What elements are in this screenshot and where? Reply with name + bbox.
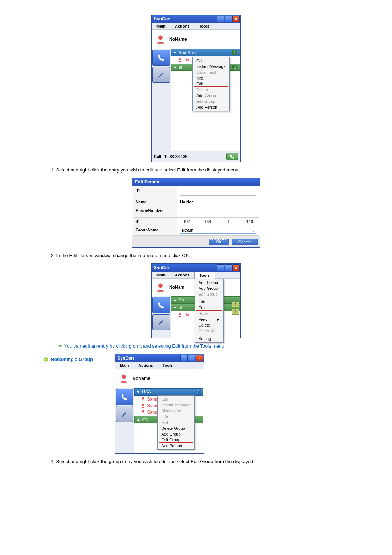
group-label: USA <box>142 389 151 394</box>
phone-icon <box>230 154 235 159</box>
tools-info[interactable]: Info <box>195 299 223 305</box>
chevron-down-icon <box>137 391 140 393</box>
menu-main[interactable]: Main <box>152 272 170 278</box>
tools-add-group[interactable]: Add Group <box>195 285 223 291</box>
close-button[interactable]: × <box>232 264 240 271</box>
tools-edit[interactable]: Edit <box>196 305 222 311</box>
phone-icon <box>121 393 128 401</box>
tools-setting[interactable]: Setting <box>195 336 223 341</box>
user-avatar-icon <box>119 373 129 384</box>
syncon-window-3: SynCon _ □ × Main Actions Tools NoName <box>115 354 204 454</box>
window-title: SynCon <box>117 356 180 361</box>
minimize-button[interactable]: _ <box>217 264 224 271</box>
titlebar[interactable]: SynCon _ □ × <box>115 354 204 362</box>
tools-add-person[interactable]: Add Person <box>195 280 223 285</box>
group-badge: 0 <box>232 65 237 69</box>
ip-part-2[interactable]: 168 <box>202 219 213 224</box>
tools-view[interactable]: View▸ <box>195 316 223 322</box>
side-panel <box>152 49 171 151</box>
id-input[interactable] <box>180 189 256 196</box>
window-title: SynCon <box>154 16 217 21</box>
ctx-delete: Delete <box>193 87 229 93</box>
field-label-groupname: GroupName <box>133 226 177 235</box>
group-row-samsung[interactable]: SamSung 1 <box>171 49 240 56</box>
groupname-select[interactable]: NONE v <box>180 228 256 234</box>
minimize-button[interactable]: _ <box>180 355 188 361</box>
ctx-info: Info <box>158 414 194 420</box>
titlebar[interactable]: SynCon _ □ × <box>152 15 240 23</box>
maximize-button[interactable]: □ <box>225 264 232 271</box>
ctx-info[interactable]: Info <box>193 75 229 81</box>
side-call-button[interactable] <box>116 389 133 405</box>
side-edit-button[interactable] <box>152 314 170 330</box>
side-edit-button[interactable] <box>152 67 170 83</box>
ctx-add-group[interactable]: Add Group <box>158 431 194 437</box>
svg-point-6 <box>142 404 144 406</box>
close-button[interactable]: × <box>196 355 203 361</box>
ctx-delete-group[interactable]: Delete Group <box>158 425 194 431</box>
ctx-add-person[interactable]: Add Person <box>193 104 229 110</box>
menubar: Main Actions Tools <box>152 23 240 30</box>
ip-input[interactable]: 192. 168. 1. 140 <box>177 218 259 226</box>
ip-part-4[interactable]: 140 <box>244 219 255 224</box>
menu-actions[interactable]: Actions <box>170 272 194 278</box>
pencil-icon <box>158 319 165 326</box>
ctx-call[interactable]: Call <box>193 58 229 64</box>
group-badge: 3 <box>196 390 201 394</box>
menu-tools[interactable]: Tools <box>194 23 214 29</box>
menu-tools[interactable]: Tools <box>194 272 215 279</box>
user-avatar-icon <box>155 282 166 292</box>
chevron-up-icon <box>173 299 176 301</box>
phone-input[interactable] <box>180 208 256 215</box>
tools-menu: Add Person Add Group Edit Group Info Edi… <box>195 279 224 343</box>
side-panel <box>152 296 171 338</box>
menu-main[interactable]: Main <box>115 362 134 369</box>
menu-actions[interactable]: Actions <box>170 23 194 29</box>
menu-actions[interactable]: Actions <box>134 362 158 369</box>
group-badge: 1 <box>232 50 237 55</box>
ctx-instant-message: Instant Message <box>158 402 194 408</box>
name-value[interactable]: Ha Nee <box>180 200 193 204</box>
svg-point-5 <box>142 397 144 400</box>
menu-main[interactable]: Main <box>152 23 170 29</box>
maximize-button[interactable]: □ <box>225 16 232 22</box>
svg-point-2 <box>158 284 163 288</box>
cancel-button[interactable]: Cancel <box>232 239 258 245</box>
ctx-add-group[interactable]: Add Group <box>193 93 229 98</box>
maximize-button[interactable]: □ <box>188 355 195 361</box>
ip-part-1[interactable]: 192 <box>181 219 192 224</box>
side-edit-button[interactable] <box>116 406 133 422</box>
minimize-button[interactable]: _ <box>217 16 224 22</box>
group-row-usa[interactable]: USA 3 <box>134 388 203 396</box>
badge: 1 <box>232 309 239 315</box>
status-call-button[interactable] <box>226 153 238 160</box>
note-icon: ※ <box>58 343 62 349</box>
ctx-disconnect: Disconnect <box>158 408 194 414</box>
close-button[interactable]: × <box>232 16 240 22</box>
menubar: Main Actions Tools <box>115 362 204 369</box>
ip-part-3[interactable]: 1 <box>223 219 234 224</box>
svg-point-0 <box>158 36 163 40</box>
side-call-button[interactable] <box>152 297 170 313</box>
titlebar[interactable]: SynCon _ □ × <box>152 264 240 272</box>
ctx-edit[interactable]: Edit <box>194 81 228 87</box>
svg-point-3 <box>179 313 181 315</box>
person-icon <box>140 403 146 408</box>
dialog-title[interactable]: Edit Person <box>132 178 260 186</box>
menu-tools[interactable]: Tools <box>158 362 178 369</box>
person-label: Ha <box>184 312 189 317</box>
context-menu: Call Instant Message Disconnect Info Edi… <box>157 395 195 450</box>
username-label: NoName <box>132 376 150 381</box>
svg-point-1 <box>179 58 181 60</box>
ctx-edit-group[interactable]: Edit Group <box>159 437 193 443</box>
username-label: NoNam <box>169 285 184 290</box>
ctx-instant-message[interactable]: Instant Message <box>193 64 229 69</box>
side-call-button[interactable] <box>152 50 170 66</box>
tools-delete[interactable]: Delete <box>195 322 223 328</box>
svg-point-4 <box>122 375 126 379</box>
badge: 1 <box>232 302 239 308</box>
syncon-window-1: SynCon _ □ × Main Actions Tools NoName S… <box>151 15 241 162</box>
ok-button[interactable]: OK <box>209 239 229 245</box>
ctx-add-person[interactable]: Add Person <box>158 443 194 449</box>
group-label: etc <box>142 417 148 422</box>
